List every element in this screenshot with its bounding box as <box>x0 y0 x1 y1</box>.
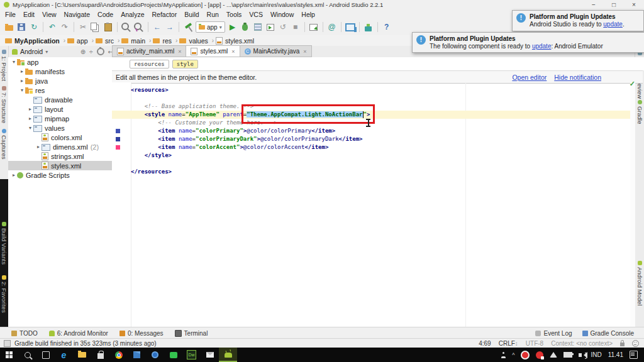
tool-button-gradle-console[interactable]: Gradle Console <box>582 330 634 337</box>
tool-button-messages[interactable]: 0: Messages <box>119 330 164 337</box>
tool-button-event-log[interactable]: Event Log <box>535 330 572 337</box>
tool-button-captures[interactable]: Captures <box>0 129 8 160</box>
tree-item-mipmap[interactable]: ▸mipmap <box>8 114 112 123</box>
forward-icon[interactable]: → <box>164 21 176 33</box>
tree-collapsed-icon[interactable]: ▸ <box>27 106 33 112</box>
tree-collapsed-icon[interactable]: ▸ <box>11 172 17 178</box>
tool-button-gradle[interactable]: Gradle <box>636 100 644 124</box>
tree-item-res[interactable]: ▾res <box>8 85 112 95</box>
tree-item-app[interactable]: ▾app <box>8 57 112 67</box>
sdk-manager-icon[interactable] <box>362 21 375 33</box>
android-studio-taskbar-icon[interactable] <box>219 348 237 362</box>
menu-run[interactable]: Run <box>203 11 223 18</box>
undo-icon[interactable]: ↶ <box>46 21 58 33</box>
menu-file[interactable]: File <box>1 11 19 18</box>
make-project-icon[interactable] <box>182 21 194 33</box>
start-button[interactable] <box>0 348 18 362</box>
breadcrumb-item-values[interactable]: values <box>179 37 208 45</box>
notification-platform-updates-1[interactable]: ! Platform and Plugin Updates Android St… <box>512 10 644 31</box>
tool-button-project[interactable]: 1: Project <box>0 50 8 81</box>
tool-button-build-variants[interactable]: Build Variants <box>0 222 8 265</box>
tool-button-terminal[interactable]: Terminal <box>175 330 208 337</box>
messaging-icon[interactable] <box>164 348 182 362</box>
menu-refactor[interactable]: Refactor <box>148 11 181 18</box>
tool-button-structure[interactable]: 7: Structure <box>0 86 8 123</box>
breadcrumb-item-stylesxml[interactable]: styles.xml <box>216 37 254 45</box>
menu-vcs[interactable]: VCS <box>245 11 267 18</box>
line-separator-widget[interactable]: CRLF↕ <box>499 340 518 347</box>
restart-icon[interactable]: ↺ <box>277 21 289 33</box>
update-link[interactable]: update <box>603 21 623 28</box>
context-widget[interactable]: Context: <no context> <box>551 340 613 347</box>
gradle-build-icon[interactable]: @ <box>326 21 338 33</box>
action-center-icon[interactable] <box>630 351 638 359</box>
tree-item-colors-xml[interactable]: colors.xml <box>8 133 112 142</box>
tool-button-favorites[interactable]: 2: Favorites <box>0 275 8 313</box>
caret-position[interactable]: 4:69 <box>479 340 491 347</box>
breadcrumb-item-myapplication[interactable]: MyApplication <box>5 37 60 45</box>
help-icon[interactable]: ? <box>380 21 393 33</box>
people-icon[interactable] <box>501 352 506 356</box>
code-editor[interactable]: <resources> <!-- Base application theme.… <box>131 82 630 327</box>
battery-icon[interactable] <box>564 352 572 358</box>
tree-collapsed-icon[interactable]: ▸ <box>19 69 25 74</box>
recorder2-icon[interactable] <box>536 351 543 359</box>
tree-expanded-icon[interactable]: ▾ <box>11 59 17 65</box>
menu-navigate[interactable]: Navigate <box>60 11 94 18</box>
attach-debugger-icon[interactable] <box>264 21 277 33</box>
minimize-button[interactable]: − <box>584 0 604 9</box>
app-cube-icon[interactable] <box>128 348 146 362</box>
breadcrumb-item-main[interactable]: main <box>121 37 145 45</box>
tree-item-strings-xml[interactable]: strings.xml <box>8 151 112 161</box>
recorder-icon[interactable] <box>521 351 530 359</box>
hide-notification-link[interactable]: Hide notification <box>554 74 601 81</box>
replace-icon[interactable] <box>133 21 145 33</box>
menu-view[interactable]: View <box>38 11 60 18</box>
copy-icon[interactable] <box>89 21 102 33</box>
tree-item-gradle-scripts[interactable]: ▸Gradle Scripts <box>8 170 112 180</box>
tree-expanded-icon[interactable]: ▾ <box>27 125 33 131</box>
tree-item-java[interactable]: ▸java <box>8 76 112 85</box>
menu-build[interactable]: Build <box>180 11 203 18</box>
taskbar-search-icon[interactable] <box>18 348 36 362</box>
close-icon[interactable]: × <box>231 48 235 55</box>
redo-icon[interactable]: ↷ <box>58 21 71 33</box>
debug-icon[interactable] <box>239 21 252 33</box>
color-swatch-icon[interactable] <box>116 137 120 141</box>
tree-item-layout[interactable]: ▸layout <box>8 104 112 114</box>
menu-help[interactable]: Help <box>297 11 319 18</box>
volume-icon[interactable] <box>579 353 582 357</box>
close-icon[interactable]: × <box>303 48 306 55</box>
tab-activity_main-xml[interactable]: activity_main.xml× <box>112 45 186 57</box>
tab-styles-xml[interactable]: styles.xml× <box>186 45 240 57</box>
paste-icon[interactable] <box>102 21 114 33</box>
run-icon[interactable]: ▶ <box>226 21 239 33</box>
sync-gradle-icon[interactable] <box>308 21 320 33</box>
breadcrumb-item-src[interactable]: src <box>96 37 114 45</box>
breadcrumb-resources[interactable]: resources <box>130 60 169 69</box>
tree-item-styles-xml[interactable]: styles.xml <box>8 161 112 170</box>
coverage-icon[interactable] <box>252 21 264 33</box>
mail-icon[interactable] <box>201 348 219 362</box>
notification-platform-updates-2[interactable]: ! Platform and Plugin Updates The follow… <box>412 32 644 53</box>
project-view-selector[interactable]: Android <box>20 48 43 55</box>
update-link[interactable]: update <box>532 43 552 50</box>
wifi-icon[interactable] <box>550 352 557 358</box>
tree-item-drawable[interactable]: drawable <box>8 95 112 104</box>
save-icon[interactable] <box>15 21 28 33</box>
breadcrumb-style[interactable]: style <box>172 60 198 69</box>
tree-item-dimens-xml[interactable]: ▸dimens.xml(2) <box>8 142 112 151</box>
tree-item-manifests[interactable]: ▸manifests <box>8 67 112 76</box>
back-icon[interactable]: ← <box>151 21 164 33</box>
app-blue-icon[interactable] <box>146 348 164 362</box>
menu-window[interactable]: Window <box>267 11 297 18</box>
inspections-profile-icon[interactable] <box>632 340 639 347</box>
tree-collapsed-icon[interactable]: ▸ <box>27 116 33 121</box>
avd-manager-icon[interactable] <box>344 21 357 33</box>
chevron-down-icon[interactable]: ▾ <box>45 49 48 55</box>
cut-icon[interactable]: ✂ <box>77 21 89 33</box>
editor-scrollbar[interactable] <box>630 82 635 327</box>
sync-icon[interactable]: ↻ <box>28 21 40 33</box>
tree-item-values[interactable]: ▾values <box>8 123 112 133</box>
close-button[interactable]: × <box>624 0 644 9</box>
